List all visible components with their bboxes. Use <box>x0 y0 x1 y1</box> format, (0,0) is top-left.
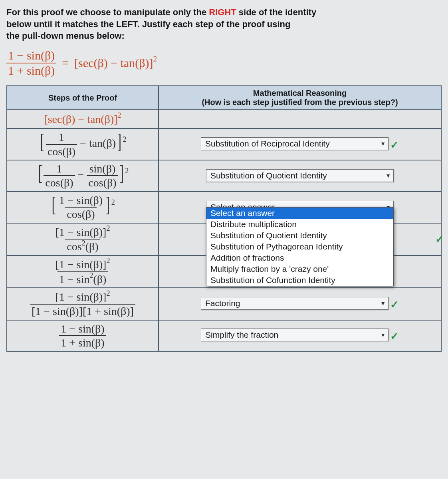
reason-6: Factoring ▼ ✓ <box>159 288 441 320</box>
step-3: [ 1 − sin(β) cos(β) ]2 <box>7 192 159 223</box>
check-icon: ✓ <box>435 233 444 245</box>
chevron-down-icon: ▼ <box>380 141 386 147</box>
instr-text: the pull-down menus below: <box>6 31 125 41</box>
table-row: [1 − sin(β)]2 [1 − sin(β)][1 + sin(β)] F… <box>7 288 441 320</box>
dropdown-option[interactable]: Multiply fraction by a 'crazy one' <box>206 263 393 275</box>
identity-lhs-num: 1 − sin(β) <box>6 49 56 63</box>
step-7: 1 − sin(β) 1 + sin(β) <box>7 320 159 352</box>
reason-select-value: Substitution of Quotient Identity <box>210 171 327 180</box>
table-row: 1 − sin(β) 1 + sin(β) Simplify the fract… <box>7 320 441 352</box>
table-row: [sec(β) − tan(β)]2 <box>7 110 441 129</box>
step-0: [sec(β) − tan(β)]2 <box>7 110 159 129</box>
chevron-down-icon: ▼ <box>380 332 386 338</box>
dropdown-option[interactable]: Distribute multiplication <box>206 219 393 230</box>
identity-rhs-exp: 2 <box>153 55 157 63</box>
identity-rhs: [sec(β) − tan(β)] <box>74 56 153 69</box>
reason-select-value: Factoring <box>205 299 240 308</box>
dropdown-option[interactable]: Substitution of Quotient Identity <box>206 230 393 241</box>
instr-left: LEFT <box>116 19 137 29</box>
instr-text: side of the identity <box>236 7 316 17</box>
reason-dropdown-open[interactable]: Select an answer Distribute multiplicati… <box>206 207 394 286</box>
header-reasoning-2: (How is each step justified from the pre… <box>202 98 398 107</box>
dropdown-option[interactable]: Addition of fractions <box>206 252 393 263</box>
header-steps: Steps of the Proof <box>7 86 159 110</box>
equals: = <box>62 56 69 70</box>
instr-text: below until it matches the <box>6 19 116 29</box>
reason-select-value: Substitution of Reciprocal Identity <box>205 139 330 148</box>
reason-select-1[interactable]: Substitution of Reciprocal Identity ▼ <box>201 137 389 150</box>
table-row: [ 1 cos(β) − sin(β) cos(β) ]2 Substituti… <box>7 160 441 192</box>
check-icon: ✓ <box>390 139 399 151</box>
header-reasoning: Mathematical Reasoning (How is each step… <box>159 86 441 110</box>
reason-select-2[interactable]: Substitution of Quotient Identity ▼ <box>206 169 394 182</box>
identity-lhs-den: 1 + sin(β) <box>6 63 56 77</box>
dropdown-option[interactable]: Select an answer <box>206 208 393 219</box>
chevron-down-icon: ▼ <box>380 300 386 307</box>
dropdown-option[interactable]: Substitution of Pythagorean Identity <box>206 241 393 252</box>
instr-right: RIGHT <box>209 7 236 17</box>
reason-0 <box>159 110 441 129</box>
step-6: [1 − sin(β)]2 [1 − sin(β)][1 + sin(β)] <box>7 288 159 320</box>
step-5: [1 − sin(β)]2 1 − sin2(β) <box>7 255 159 288</box>
header-reasoning-1: Mathematical Reasoning <box>253 89 347 97</box>
step-4: [1 − sin(β)]2 cos2(β) <box>7 223 159 255</box>
check-icon: ✓ <box>390 299 399 311</box>
reason-select-7[interactable]: Simplify the fraction ▼ <box>201 329 389 341</box>
identity-equation: 1 − sin(β) 1 + sin(β) = [sec(β) − tan(β)… <box>6 49 442 77</box>
step-2: [ 1 cos(β) − sin(β) cos(β) ]2 <box>7 160 159 192</box>
step-1: [ 1 cos(β) − tan(β)]2 <box>7 129 159 160</box>
reason-select-value: Simplify the fraction <box>205 330 278 340</box>
table-row: [ 1 − sin(β) cos(β) ]2 Select an answer … <box>7 192 441 223</box>
reason-7: Simplify the fraction ▼ ✓ <box>159 320 441 352</box>
proof-table: Steps of the Proof Mathematical Reasonin… <box>6 85 442 352</box>
reason-2: Substitution of Quotient Identity ▼ <box>159 160 441 192</box>
instructions: For this proof we choose to manipulate o… <box>6 6 442 42</box>
instr-text: For this proof we choose to manipulate o… <box>6 7 209 17</box>
dropdown-option[interactable]: Substitution of Cofunction Identity <box>206 275 393 286</box>
chevron-down-icon: ▼ <box>385 172 391 179</box>
reason-select-6[interactable]: Factoring ▼ <box>201 297 389 310</box>
instr-text: . Justify each step of the proof using <box>137 19 291 29</box>
reason-3: Select an answer ▼ Select an answer Dist… <box>159 192 441 223</box>
check-icon: ✓ <box>390 331 399 342</box>
table-row: [ 1 cos(β) − tan(β)]2 Substitution of Re… <box>7 129 441 160</box>
reason-1: Substitution of Reciprocal Identity ▼ ✓ <box>159 129 441 160</box>
